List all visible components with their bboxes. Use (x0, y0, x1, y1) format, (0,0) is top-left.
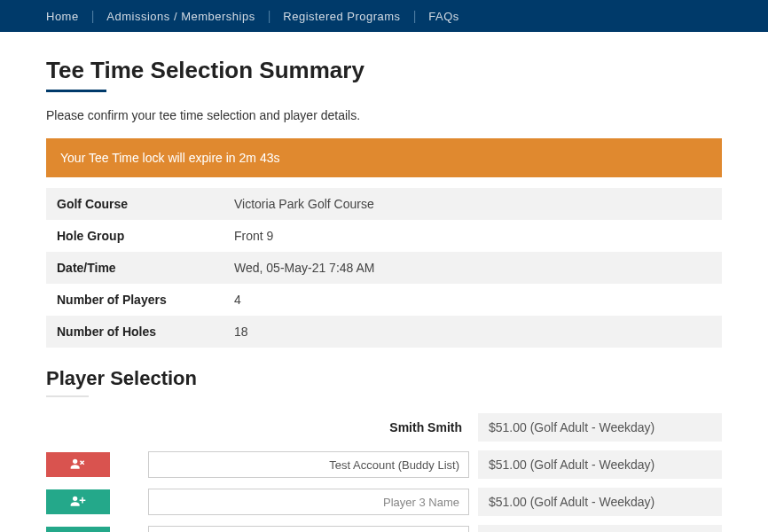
add-player-button[interactable] (46, 527, 110, 532)
title-underline (46, 90, 106, 92)
summary-label: Golf Course (46, 188, 223, 220)
summary-label: Hole Group (46, 220, 223, 252)
summary-value: Victoria Park Golf Course (223, 188, 722, 220)
summary-value: 4 (223, 284, 722, 316)
summary-row: Golf Course Victoria Park Golf Course (46, 188, 722, 220)
nav-home[interactable]: Home (46, 10, 91, 23)
nav-programs[interactable]: Registered Programs (270, 10, 412, 23)
summary-table: Golf Course Victoria Park Golf Course Ho… (46, 188, 722, 348)
summary-value: Front 9 (223, 220, 722, 252)
player-row: $51.00 (Golf Adult - Weekday) (46, 525, 722, 532)
summary-value: Wed, 05-May-21 7:48 AM (223, 252, 722, 284)
summary-label: Number of Players (46, 284, 223, 316)
section-underline (46, 395, 89, 397)
player-name-input[interactable] (148, 489, 469, 515)
summary-row: Number of Holes 18 (46, 316, 722, 348)
nav-admissions[interactable]: Admissions / Memberships (94, 10, 267, 23)
player-price: $51.00 (Golf Adult - Weekday) (478, 413, 722, 442)
player-name-static: Smith Smith (148, 420, 469, 434)
player-row: Smith Smith $51.00 (Golf Adult - Weekday… (46, 413, 722, 442)
player-price: $51.00 (Golf Adult - Weekday) (478, 488, 722, 516)
user-add-icon (69, 495, 87, 510)
countdown-bar: Your Tee Time lock will expire in 2m 43s (46, 138, 722, 177)
nav-faqs[interactable]: FAQs (416, 10, 472, 23)
player-section-title: Player Selection (46, 367, 722, 390)
player-row: $51.00 (Golf Adult - Weekday) (46, 450, 722, 479)
player-price: $51.00 (Golf Adult - Weekday) (478, 450, 722, 479)
summary-value: 18 (223, 316, 722, 348)
summary-row: Hole Group Front 9 (46, 220, 722, 252)
summary-label: Date/Time (46, 252, 223, 284)
player-name-input[interactable] (148, 526, 469, 532)
player-name-input[interactable] (148, 451, 469, 478)
summary-label: Number of Holes (46, 316, 223, 348)
nav-bar: Home | Admissions / Memberships | Regist… (0, 0, 768, 32)
summary-row: Number of Players 4 (46, 284, 722, 316)
add-player-button[interactable] (46, 489, 110, 514)
page-subtitle: Please confirm your tee time selection a… (46, 108, 722, 122)
user-remove-icon (69, 458, 87, 473)
page-title: Tee Time Selection Summary (46, 57, 722, 84)
player-row: $51.00 (Golf Adult - Weekday) (46, 488, 722, 516)
remove-player-button[interactable] (46, 452, 110, 477)
summary-row: Date/Time Wed, 05-May-21 7:48 AM (46, 252, 722, 284)
player-price: $51.00 (Golf Adult - Weekday) (478, 525, 722, 532)
